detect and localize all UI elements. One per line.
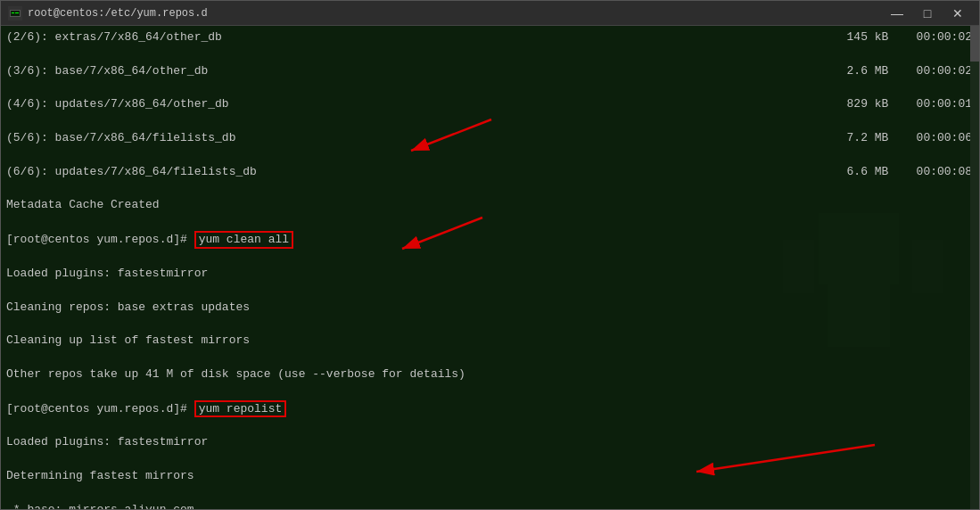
minimize-button[interactable]: — <box>883 4 911 23</box>
svg-rect-6 <box>819 213 899 284</box>
line-4: (5/6): base/7/x86_64/filelists_db7.2 MB … <box>6 130 974 147</box>
line-3: (4/6): updates/7/x86_64/other_db829 kB 0… <box>6 96 974 113</box>
scrollbar[interactable] <box>970 26 979 509</box>
app-icon <box>8 6 22 21</box>
line-15: * base: mirrors.aliyun.com <box>6 502 974 509</box>
terminal-body[interactable]: (2/6): extras/7/x86_64/other_db145 kB 00… <box>1 26 979 509</box>
line-1: (2/6): extras/7/x86_64/other_db145 kB 00… <box>6 29 974 46</box>
svg-rect-8 <box>783 240 814 293</box>
terminal-window: root@centos:/etc/yum.repos.d — □ ✕ (2/6)… <box>0 0 980 510</box>
window-title: root@centos:/etc/yum.repos.d <box>28 7 883 20</box>
cmd1-highlight: yum clean all <box>194 231 293 249</box>
close-button[interactable]: ✕ <box>943 4 972 23</box>
prompt-2: [root@centos yum.repos.d]# <box>6 402 194 415</box>
svg-rect-4 <box>15 12 19 13</box>
line-cmd2: [root@centos yum.repos.d]# yum repolist <box>6 400 974 418</box>
maximize-button[interactable]: □ <box>913 4 942 23</box>
scrollbar-thumb[interactable] <box>970 26 979 62</box>
line-5: (6/6): updates/7/x86_64/filelists_db6.6 … <box>6 164 974 181</box>
prompt-1: [root@centos yum.repos.d]# <box>6 233 194 246</box>
window-controls: — □ ✕ <box>883 4 972 23</box>
line-14: Determining fastest mirrors <box>6 468 974 485</box>
line-2: (3/6): base/7/x86_64/other_db2.6 MB 00:0… <box>6 63 974 80</box>
titlebar: root@centos:/etc/yum.repos.d — □ ✕ <box>1 1 979 26</box>
line-13: Loaded plugins: fastestmirror <box>6 434 974 451</box>
background-watermark <box>774 204 952 365</box>
svg-rect-3 <box>12 12 14 13</box>
line-11: Other repos take up 41 M of disk space (… <box>6 366 974 383</box>
cmd2-highlight: yum repolist <box>194 400 287 418</box>
svg-rect-9 <box>912 240 943 293</box>
svg-rect-7 <box>828 284 890 347</box>
